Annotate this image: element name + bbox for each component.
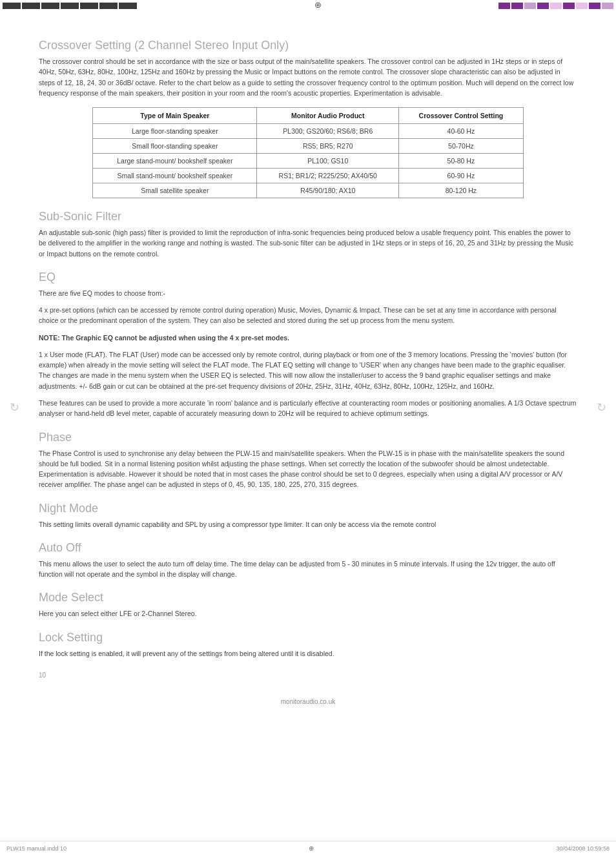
night-mode-body: This setting limits overall dynamic capa… xyxy=(39,519,577,530)
table-cell-2-0: Large stand-mount/ bookshelf speaker xyxy=(93,154,257,169)
eq-note-strong: NOTE: The Graphic EQ cannot be adjusted … xyxy=(39,334,289,342)
table-cell-3-2: 60-90 Hz xyxy=(399,169,523,183)
table-cell-2-2: 50-80 Hz xyxy=(399,154,523,169)
top-bar-block-7 xyxy=(119,3,137,9)
table-col-header-3: Crossover Control Setting xyxy=(399,108,523,124)
table-cell-1-0: Small floor-standing speaker xyxy=(93,139,257,154)
mode-select-title: Mode Select xyxy=(39,591,577,604)
table-row: Small floor-standing speakerRS5; BR5; R2… xyxy=(93,139,523,154)
subsonic-title: Sub-Sonic Filter xyxy=(39,210,577,223)
top-bar-color-block-1 xyxy=(498,3,510,9)
top-bar-color-block-5 xyxy=(550,3,562,9)
table-cell-4-1: R45/90/180; AX10 xyxy=(257,183,399,198)
page-number: 10 xyxy=(39,672,577,679)
mode-select-body: Here you can select either LFE or 2-Chan… xyxy=(39,608,577,619)
top-bar-block-6 xyxy=(99,3,118,9)
eq-body4: These features can be used to provide a … xyxy=(39,398,577,419)
top-bar-block-2 xyxy=(22,3,40,9)
right-arrow-decoration: ↻ xyxy=(597,400,606,415)
top-bar-left-blocks xyxy=(0,0,139,9)
table-cell-4-2: 80-120 Hz xyxy=(399,183,523,198)
crossover-table: Type of Main Speaker Monitor Audio Produ… xyxy=(92,107,523,198)
bottom-left-meta: PLW15 manual.indd 10 xyxy=(6,845,67,852)
eq-note: NOTE: The Graphic EQ cannot be adjusted … xyxy=(39,333,577,343)
table-row: Small satellite speakerR45/90/180; AX108… xyxy=(93,183,523,198)
top-bar-center-symbol: ⊕ xyxy=(139,0,496,9)
top-bar-color-block-9 xyxy=(602,3,613,9)
table-cell-0-1: PL300; GS20/60; RS6/8; BR6 xyxy=(257,124,399,139)
lock-setting-title: Lock Setting xyxy=(39,631,577,644)
table-cell-1-2: 50-70Hz xyxy=(399,139,523,154)
eq-title: EQ xyxy=(39,271,577,284)
monitoraudio-footer: monitoraudio.co.uk xyxy=(39,698,577,705)
table-cell-3-0: Small stand-mount/ bookshelf speaker xyxy=(93,169,257,183)
eq-body3: 1 x User mode (FLAT). The FLAT (User) mo… xyxy=(39,349,577,391)
top-bar-color-block-2 xyxy=(511,3,523,9)
top-bar-block-5 xyxy=(80,3,98,9)
subsonic-body: An adjustable sub-sonic (high pass) filt… xyxy=(39,227,577,259)
crossover-title: Crossover Setting (2 Channel Stereo Inpu… xyxy=(39,39,577,52)
table-row: Large floor-standing speakerPL300; GS20/… xyxy=(93,124,523,139)
top-bar-color-block-3 xyxy=(524,3,536,9)
night-mode-title: Night Mode xyxy=(39,502,577,515)
table-cell-4-0: Small satellite speaker xyxy=(93,183,257,198)
top-bar-block-1 xyxy=(3,3,21,9)
table-row: Small stand-mount/ bookshelf speakerRS1;… xyxy=(93,169,523,183)
eq-body1: There are five EQ modes to choose from:- xyxy=(39,288,577,298)
top-bar-right-blocks xyxy=(496,0,616,9)
table-cell-0-2: 40-60 Hz xyxy=(399,124,523,139)
table-cell-1-1: RS5; BR5; R270 xyxy=(257,139,399,154)
page-container: ⊕ ↻ ↻ Crossover Setting (2 Channel Stere… xyxy=(0,0,616,855)
top-bar: ⊕ xyxy=(0,0,616,9)
table-row: Large stand-mount/ bookshelf speakerPL10… xyxy=(93,154,523,169)
table-header-row: Type of Main Speaker Monitor Audio Produ… xyxy=(93,108,523,124)
table-col-header-2: Monitor Audio Product xyxy=(257,108,399,124)
phase-body: The Phase Control is used to synchronise… xyxy=(39,448,577,490)
table-col-header-1: Type of Main Speaker xyxy=(93,108,257,124)
table-cell-3-1: RS1; BR1/2; R225/250; AX40/50 xyxy=(257,169,399,183)
top-bar-color-block-7 xyxy=(576,3,588,9)
auto-off-title: Auto Off xyxy=(39,541,577,555)
main-content: Crossover Setting (2 Channel Stereo Inpu… xyxy=(39,39,577,705)
phase-title: Phase xyxy=(39,431,577,444)
bottom-center-symbol: ⊕ xyxy=(309,845,314,852)
auto-off-body: This menu allows the user to select the … xyxy=(39,559,577,580)
table-cell-2-1: PL100; GS10 xyxy=(257,154,399,169)
bottom-bar: PLW15 manual.indd 10 ⊕ 30/04/2008 10:59:… xyxy=(0,841,616,855)
bottom-right-meta: 30/04/2008 10:59:58 xyxy=(556,845,610,852)
table-cell-0-0: Large floor-standing speaker xyxy=(93,124,257,139)
eq-body2: 4 x pre-set options (which can be access… xyxy=(39,305,577,326)
top-bar-color-block-8 xyxy=(589,3,601,9)
top-bar-color-block-4 xyxy=(537,3,549,9)
top-bar-block-4 xyxy=(61,3,79,9)
top-bar-color-block-6 xyxy=(563,3,575,9)
left-arrow-decoration: ↻ xyxy=(10,400,19,415)
top-bar-block-3 xyxy=(41,3,59,9)
lock-setting-body: If the lock setting is enabled, it will … xyxy=(39,648,577,659)
crossover-body: The crossover control should be set in a… xyxy=(39,56,577,98)
